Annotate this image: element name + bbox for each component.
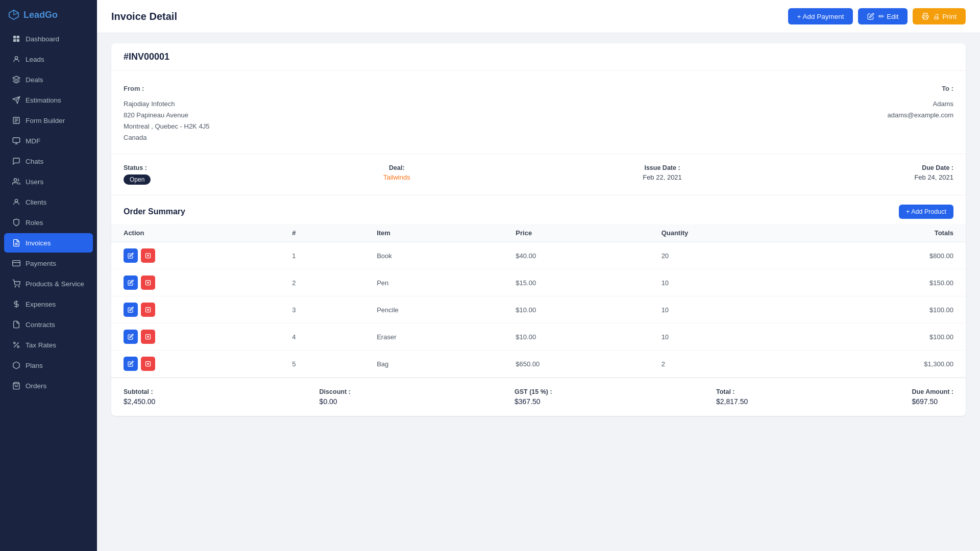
col-item: Item	[364, 224, 503, 242]
deal-group: Deal: Tailwinds	[383, 164, 410, 181]
clients-icon	[12, 198, 20, 206]
to-label: To :	[887, 83, 953, 94]
sidebar-item-estimations[interactable]: Estimations	[4, 90, 93, 110]
page-title: Invoice Detail	[111, 11, 177, 22]
sidebar-item-mdf[interactable]: MDF	[4, 131, 93, 151]
row-item: Eraser	[364, 323, 503, 350]
invoices-icon	[12, 239, 20, 247]
row-price: $15.00	[503, 269, 649, 296]
order-summary-title: Order Summary	[124, 207, 185, 216]
row-item: Pencile	[364, 296, 503, 323]
delete-row-button[interactable]	[141, 357, 155, 371]
sidebar-item-leads[interactable]: Leads	[4, 49, 93, 69]
sidebar-item-contracts[interactable]: Contracts	[4, 315, 93, 334]
sidebar-item-users[interactable]: Users	[4, 172, 93, 191]
delete-row-button[interactable]	[141, 248, 155, 263]
row-price: $650.00	[503, 350, 649, 378]
row-num: 3	[280, 296, 364, 323]
sidebar-item-dashboard[interactable]: Dashboard	[4, 29, 93, 48]
edit-row-button[interactable]	[124, 330, 138, 344]
row-item: Book	[364, 242, 503, 269]
svg-point-25	[14, 342, 15, 344]
logo-icon	[8, 9, 19, 20]
col-price: Price	[503, 224, 649, 242]
discount-value: $0.00	[320, 397, 351, 406]
sidebar-item-expenses[interactable]: Expenses	[4, 294, 93, 314]
row-actions	[111, 296, 280, 323]
print-button[interactable]: 🖨 Print	[913, 8, 966, 24]
invoice-card: #INV00001 From : Rajodiay Infotech 820 P…	[111, 43, 966, 416]
sidebar-item-form-builder[interactable]: Form Builder	[4, 111, 93, 130]
row-actions	[111, 242, 280, 269]
chats-icon	[12, 157, 20, 165]
edit-icon	[867, 13, 874, 20]
sidebar-item-deals[interactable]: Deals	[4, 70, 93, 89]
edit-row-button[interactable]	[124, 357, 138, 371]
edit-row-icon	[128, 307, 134, 313]
row-num: 2	[280, 269, 364, 296]
svg-rect-3	[13, 39, 16, 42]
to-block: To : Adams adams@example.com	[887, 83, 953, 143]
row-price: $10.00	[503, 296, 649, 323]
sidebar-item-chats[interactable]: Chats	[4, 152, 93, 171]
sidebar-item-payments[interactable]: Payments	[4, 254, 93, 273]
add-payment-button[interactable]: + Add Payment	[788, 8, 853, 24]
delete-row-button[interactable]	[141, 330, 155, 344]
sidebar-item-roles[interactable]: Roles	[4, 213, 93, 232]
to-email: adams@example.com	[887, 110, 953, 121]
page-header: Invoice Detail + Add Payment ✏ Edit 🖨 Pr…	[97, 0, 980, 33]
edit-row-icon	[128, 280, 134, 286]
delete-row-button[interactable]	[141, 276, 155, 290]
row-item: Pen	[364, 269, 503, 296]
svg-rect-28	[924, 17, 927, 19]
app-logo[interactable]: LeadGo	[0, 0, 97, 27]
row-num: 5	[280, 350, 364, 378]
edit-row-button[interactable]	[124, 248, 138, 263]
due-date-value: Feb 24, 2021	[914, 173, 953, 181]
svg-point-5	[15, 57, 17, 59]
row-total: $100.00	[803, 323, 966, 350]
table-row: 4 Eraser $10.00 10 $100.00	[111, 323, 966, 350]
delete-row-button[interactable]	[141, 303, 155, 317]
from-block: From : Rajodiay Infotech 820 Papineau Av…	[124, 83, 209, 143]
due-amount-label: Due Amount :	[912, 388, 953, 395]
edit-row-button[interactable]	[124, 276, 138, 290]
tax-icon	[12, 341, 20, 349]
sidebar-item-products[interactable]: Products & Service	[4, 274, 93, 293]
svg-rect-4	[17, 39, 19, 42]
status-group: Status : Open	[124, 164, 151, 185]
sidebar-item-plans[interactable]: Plans	[4, 356, 93, 375]
table-row: 1 Book $40.00 20 $800.00	[111, 242, 966, 269]
svg-point-21	[15, 286, 15, 287]
col-num: #	[280, 224, 364, 242]
main-content: Invoice Detail + Add Payment ✏ Edit 🖨 Pr…	[97, 0, 980, 551]
edit-button[interactable]: ✏ Edit	[858, 8, 908, 24]
row-num: 1	[280, 242, 364, 269]
row-actions	[111, 269, 280, 296]
delete-row-icon	[145, 307, 151, 313]
status-badge: Open	[124, 174, 151, 185]
due-date-group: Due Date : Feb 24, 2021	[914, 164, 953, 181]
mdf-icon	[12, 137, 20, 145]
svg-rect-1	[13, 36, 16, 38]
form-builder-icon	[12, 116, 20, 124]
subtotal-value: $2,450.00	[124, 397, 155, 406]
row-total: $1,300.00	[803, 350, 966, 378]
sidebar-item-tax-rates[interactable]: Tax Rates	[4, 335, 93, 355]
status-section: Status : Open Deal: Tailwinds Issue Date…	[111, 154, 966, 195]
sidebar-item-clients[interactable]: Clients	[4, 192, 93, 212]
issue-date-group: Issue Date : Feb 22, 2021	[643, 164, 682, 181]
deal-value[interactable]: Tailwinds	[383, 173, 410, 181]
table-row: 3 Pencile $10.00 10 $100.00	[111, 296, 966, 323]
edit-row-button[interactable]	[124, 303, 138, 317]
add-product-button[interactable]: + Add Product	[899, 205, 953, 219]
due-date-label: Due Date :	[914, 164, 953, 171]
discount-group: Discount : $0.00	[320, 388, 351, 406]
col-totals: Totals	[803, 224, 966, 242]
row-quantity: 20	[649, 242, 803, 269]
products-icon	[12, 280, 20, 288]
svg-rect-12	[13, 138, 19, 142]
sidebar-item-orders[interactable]: Orders	[4, 376, 93, 395]
sidebar-item-invoices[interactable]: Invoices	[4, 233, 93, 253]
from-company: Rajodiay Infotech	[124, 98, 209, 110]
